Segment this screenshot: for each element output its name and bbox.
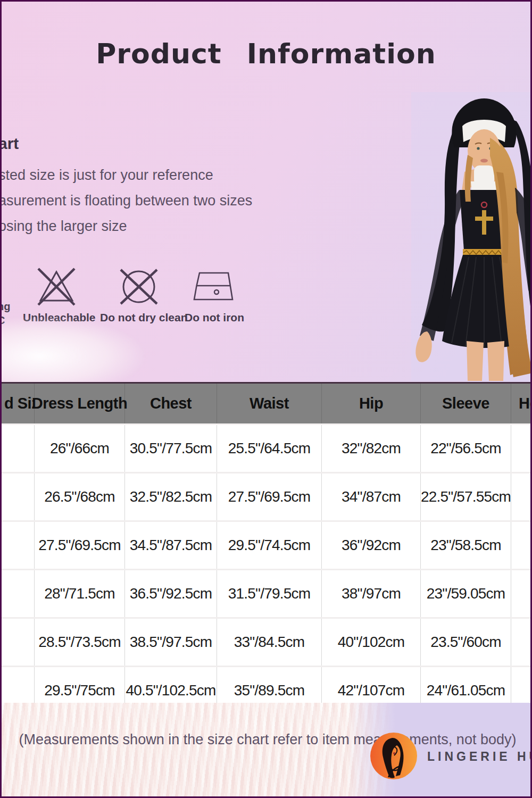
do-not-dry-clean-icon bbox=[113, 265, 164, 307]
cell-waist: 33"/84.5cm bbox=[217, 619, 322, 666]
measurement-disclaimer: (Measurements shown in the size chart re… bbox=[2, 732, 532, 748]
size-note-line-2: asurement is floating between two sizes bbox=[0, 188, 252, 213]
cell-size bbox=[2, 570, 35, 617]
col-header-dress-length: Dress Length bbox=[35, 384, 125, 423]
size-note-line-3: osing the larger size bbox=[0, 213, 252, 239]
nun-costume-model-photo bbox=[411, 92, 532, 381]
cell-chest: 30.5"/77.5cm bbox=[125, 425, 217, 472]
table-row: 28"/71.5cm 36.5"/92.5cm 31.5"/79.5cm 38"… bbox=[2, 570, 532, 619]
cell-dress-length: 26.5"/68cm bbox=[35, 473, 125, 520]
cell-waist: 25.5"/64.5cm bbox=[217, 425, 322, 472]
size-note-line-1: sted size is just for your reference bbox=[0, 162, 252, 188]
cell-sleeve: 22"/56.5cm bbox=[421, 425, 511, 472]
washing-label-fragment: ng bbox=[0, 301, 10, 313]
care-item-do-not-dry-clean: Do not dry clean bbox=[100, 265, 177, 324]
cell-hip: 38"/97cm bbox=[322, 570, 421, 617]
cell-hip: 40"/102cm bbox=[322, 619, 421, 666]
col-header-chest: Chest bbox=[125, 384, 217, 423]
cell-chest: 34.5"/87.5cm bbox=[125, 522, 217, 569]
cell-chest: 32.5"/82.5cm bbox=[125, 473, 217, 520]
do-not-iron-icon bbox=[189, 265, 240, 307]
care-item-do-not-iron: Do not iron bbox=[182, 265, 246, 324]
unbleachable-icon bbox=[31, 265, 82, 307]
cell-head bbox=[511, 473, 532, 520]
cell-chest: 36.5"/92.5cm bbox=[125, 570, 217, 617]
care-item-unbleachable: Unbleachable bbox=[23, 265, 89, 324]
table-row: 26.5"/68cm 32.5"/82.5cm 27.5"/69.5cm 34"… bbox=[2, 473, 532, 522]
size-chart-heading-fragment: art bbox=[0, 135, 19, 153]
col-header-hip: Hip bbox=[322, 384, 421, 423]
col-header-head: Hea bbox=[511, 384, 532, 423]
cell-size bbox=[2, 619, 35, 666]
col-header-sleeve: Sleeve bbox=[421, 384, 511, 423]
size-chart-table: d Size Dress Length Chest Waist Hip Slee… bbox=[2, 382, 532, 715]
col-header-waist: Waist bbox=[217, 384, 322, 423]
cell-chest: 38.5"/97.5cm bbox=[125, 619, 217, 666]
lingerie-hut-logo-icon bbox=[369, 732, 418, 780]
cell-hip: 34"/87cm bbox=[322, 473, 421, 520]
care-label: Do not iron bbox=[182, 311, 246, 324]
cell-hip: 36"/92cm bbox=[322, 522, 421, 569]
cell-waist: 27.5"/69.5cm bbox=[217, 473, 322, 520]
brand-name: LINGERIE HUT bbox=[427, 750, 532, 764]
cell-head bbox=[511, 425, 532, 472]
cell-dress-length: 28"/71.5cm bbox=[35, 570, 125, 617]
cell-head bbox=[511, 570, 532, 617]
table-row: 26"/66cm 30.5"/77.5cm 25.5"/64.5cm 32"/8… bbox=[2, 425, 532, 473]
size-note-lines: sted size is just for your reference asu… bbox=[0, 162, 252, 239]
product-info-page: Product Information art sted size is jus… bbox=[0, 0, 532, 798]
table-row: 28.5"/73.5cm 38.5"/97.5cm 33"/84.5cm 40"… bbox=[2, 619, 532, 667]
cell-size bbox=[2, 425, 35, 472]
cell-dress-length: 26"/66cm bbox=[35, 425, 125, 472]
cell-dress-length: 27.5"/69.5cm bbox=[35, 522, 125, 569]
fur-texture bbox=[2, 703, 395, 798]
cell-head bbox=[511, 619, 532, 666]
feather-decoration bbox=[0, 317, 145, 388]
cell-sleeve: 23"/59.05cm bbox=[421, 570, 511, 617]
page-title: Product Information bbox=[2, 38, 530, 70]
cell-dress-length: 28.5"/73.5cm bbox=[35, 619, 125, 666]
cell-sleeve: 23.5"/60cm bbox=[421, 619, 511, 666]
cell-hip: 32"/82cm bbox=[322, 425, 421, 472]
cell-waist: 31.5"/79.5cm bbox=[217, 570, 322, 617]
cell-size bbox=[2, 522, 35, 569]
table-row: 27.5"/69.5cm 34.5"/87.5cm 29.5"/74.5cm 3… bbox=[2, 522, 532, 570]
col-header-size: d Size bbox=[2, 384, 35, 423]
table-header-row: d Size Dress Length Chest Waist Hip Slee… bbox=[2, 384, 532, 425]
cell-size bbox=[2, 473, 35, 520]
cell-waist: 29.5"/74.5cm bbox=[217, 522, 322, 569]
cell-head bbox=[511, 522, 532, 569]
cell-sleeve: 23"/58.5cm bbox=[421, 522, 511, 569]
cell-sleeve: 22.5"/57.55cm bbox=[421, 473, 511, 520]
